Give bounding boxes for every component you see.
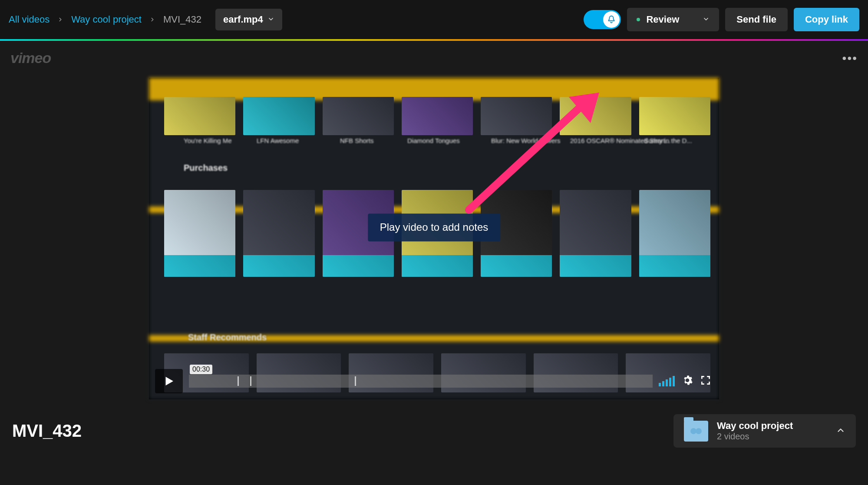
chevron-down-icon xyxy=(703,14,710,25)
project-card-name: Way cool project xyxy=(717,420,793,432)
more-menu-button[interactable]: ••• xyxy=(842,51,858,65)
thumb-label: LFN Awesome xyxy=(257,137,299,144)
breadcrumb-root[interactable]: All videos xyxy=(9,14,50,25)
footer: MVI_432 Way cool project 2 videos xyxy=(0,399,868,448)
chevron-right-icon xyxy=(57,15,63,25)
video-title: MVI_432 xyxy=(12,421,82,441)
review-status-dropdown[interactable]: Review xyxy=(627,8,719,31)
status-dot-icon xyxy=(637,18,640,21)
video-row-thumbs xyxy=(164,97,710,135)
folder-icon xyxy=(684,421,708,442)
file-dropdown[interactable]: earf.mp4 xyxy=(215,9,282,30)
thumb-label: Blur: New World Towers xyxy=(491,137,561,144)
project-card[interactable]: Way cool project 2 videos xyxy=(673,414,856,448)
chevron-down-icon xyxy=(267,14,274,25)
time-bubble: 00:30 xyxy=(190,365,212,374)
notifications-toggle[interactable] xyxy=(584,10,621,29)
subheader: vimeo ••• xyxy=(0,41,868,66)
progress-tick xyxy=(250,376,251,386)
section-label-purchases: Purchases xyxy=(184,163,228,173)
section-label-staff: Staff Recommends xyxy=(188,332,267,342)
thumb-label: You're Killing Me xyxy=(184,137,232,144)
project-card-meta: 2 videos xyxy=(717,432,793,442)
breadcrumb-current: MVI_432 xyxy=(163,14,201,25)
volume-control[interactable] xyxy=(659,376,675,386)
progress-tick xyxy=(238,376,239,386)
video-tooltip: Play video to add notes xyxy=(368,213,501,241)
thumb-label: Sunny in the D... xyxy=(644,137,692,144)
thumb-label: NFB Shorts xyxy=(340,137,374,144)
fullscreen-icon[interactable] xyxy=(700,375,711,388)
play-button[interactable] xyxy=(155,369,183,393)
progress-track[interactable] xyxy=(189,375,653,388)
review-label: Review xyxy=(646,14,679,25)
top-bar: All videos Way cool project MVI_432 earf… xyxy=(0,0,868,39)
thumb-label: Diamond Tongues xyxy=(407,137,460,144)
vimeo-logo: vimeo xyxy=(10,50,51,66)
progress-bar[interactable]: 00:30 xyxy=(189,372,653,390)
video-player[interactable]: You're Killing Me LFN Awesome NFB Shorts… xyxy=(149,78,719,399)
chevron-up-icon xyxy=(836,425,845,437)
player-controls: 00:30 xyxy=(155,369,713,393)
progress-tick xyxy=(355,376,356,386)
copy-link-button[interactable]: Copy link xyxy=(794,8,859,31)
breadcrumb: All videos Way cool project MVI_432 earf… xyxy=(9,9,282,30)
breadcrumb-project[interactable]: Way cool project xyxy=(71,14,142,25)
bell-icon xyxy=(603,11,620,28)
file-dropdown-label: earf.mp4 xyxy=(223,14,263,25)
content-area: You're Killing Me LFN Awesome NFB Shorts… xyxy=(0,66,868,399)
svg-point-2 xyxy=(690,428,696,434)
svg-point-3 xyxy=(696,428,702,434)
send-file-button[interactable]: Send file xyxy=(725,8,788,31)
player-right-controls xyxy=(659,375,713,388)
chevron-right-icon xyxy=(149,15,155,25)
settings-gear-icon[interactable] xyxy=(682,375,693,388)
right-actions: Review Send file Copy link xyxy=(584,8,859,31)
project-card-text: Way cool project 2 videos xyxy=(717,420,793,442)
